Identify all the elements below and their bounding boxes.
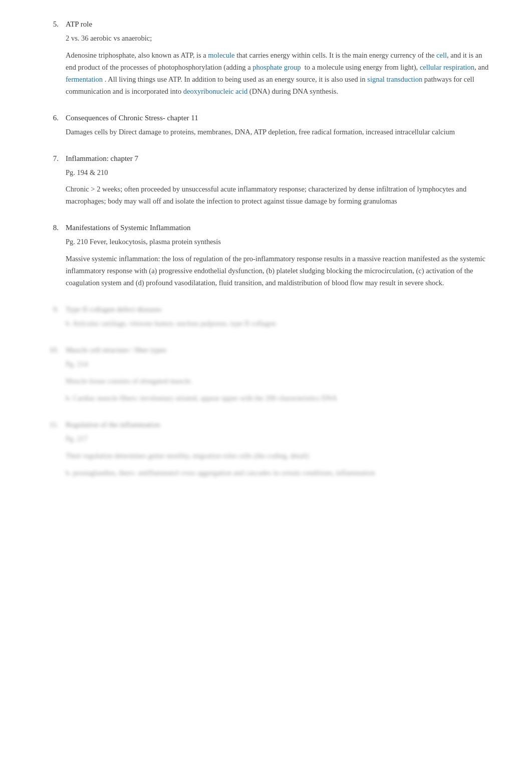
item-body-10: Muscle cell structure / fiber types Pg. …	[66, 346, 491, 410]
molecule-link[interactable]: molecule	[208, 51, 234, 60]
fermentation-link[interactable]: fermentation	[66, 75, 103, 84]
item-title-8: Manifestations of Systemic Inflammation	[66, 224, 491, 232]
atp-paragraph-1: 2 vs. 36 aerobic vs anaerobic;	[66, 33, 491, 45]
systemic-paragraph-1: Pg. 210 Fever, leukocytosis, plasma prot…	[66, 236, 491, 248]
item-number-6: 6.	[41, 114, 66, 143]
reg-paragraph-2: Their regulation determines getter motil…	[66, 450, 491, 462]
item-number-11: 11.	[41, 421, 66, 484]
item-number-9: 9.	[41, 305, 66, 335]
reg-paragraph-1: Pg. 217	[66, 433, 491, 445]
item-title-10: Muscle cell structure / fiber types	[66, 346, 491, 354]
item-number-8: 8.	[41, 224, 66, 294]
phosphate-group-link[interactable]: phosphate group	[252, 63, 301, 72]
deoxyribonucleic-acid-link[interactable]: deoxyribonucleic acid	[183, 87, 247, 96]
list-item-6: 6. Consequences of Chronic Stress- chapt…	[41, 114, 491, 143]
list-item-10: 10. Muscle cell structure / fiber types …	[41, 346, 491, 410]
stress-paragraph-1: Damages cells by Direct damage to protei…	[66, 126, 491, 138]
list-item-11: 11. Regulation of the inflammation Pg. 2…	[41, 421, 491, 484]
systemic-paragraph-2: Massive systemic inflammation: the loss …	[66, 253, 491, 289]
item-title-7: Inflammation: chapter 7	[66, 154, 491, 163]
item-body-6: Consequences of Chronic Stress- chapter …	[66, 114, 491, 143]
item-number-7: 7.	[41, 154, 66, 213]
list-item-8: 8. Manifestations of Systemic Inflammati…	[41, 224, 491, 294]
item-title-11: Regulation of the inflammation	[66, 421, 491, 429]
item-body-7: Inflammation: chapter 7 Pg. 194 & 210 Ch…	[66, 154, 491, 213]
item-title-9: Type II collagen defect diseases	[66, 305, 491, 314]
inflammation-paragraph-2: Chronic > 2 weeks; often proceeded by un…	[66, 183, 491, 208]
main-list: 5. ATP role 2 vs. 36 aerobic vs anaerobi…	[41, 20, 491, 484]
item-number-5: 5.	[41, 20, 66, 103]
cell-link[interactable]: cell	[436, 51, 447, 60]
item-body-11: Regulation of the inflammation Pg. 217 T…	[66, 421, 491, 484]
muscle-paragraph-1: Pg. 214	[66, 358, 491, 370]
item-title-5: ATP role	[66, 20, 491, 29]
document-content: 5. ATP role 2 vs. 36 aerobic vs anaerobi…	[41, 20, 491, 484]
item-body-5: ATP role 2 vs. 36 aerobic vs anaerobic; …	[66, 20, 491, 103]
item-body-8: Manifestations of Systemic Inflammation …	[66, 224, 491, 294]
item-title-6: Consequences of Chronic Stress- chapter …	[66, 114, 491, 122]
atp-paragraph-2: Adenosine triphosphate, also known as AT…	[66, 50, 491, 98]
cellular-respiration-link[interactable]: cellular respiration	[420, 63, 474, 72]
item-body-9: Type II collagen defect diseases b. Arti…	[66, 305, 491, 335]
col-paragraph-1: b. Articular cartilage, vitreous humor, …	[66, 318, 491, 330]
reg-paragraph-3: b. prostaglandins, thero- antiflammatol …	[66, 467, 491, 479]
signal-transduction-link[interactable]: signal transduction	[367, 75, 422, 84]
list-item-7: 7. Inflammation: chapter 7 Pg. 194 & 210…	[41, 154, 491, 213]
inflammation-paragraph-1: Pg. 194 & 210	[66, 167, 491, 179]
muscle-paragraph-2: Muscle tissue consists of elongated musc…	[66, 375, 491, 387]
item-number-10: 10.	[41, 346, 66, 410]
list-item-9: 9. Type II collagen defect diseases b. A…	[41, 305, 491, 335]
list-item-5: 5. ATP role 2 vs. 36 aerobic vs anaerobi…	[41, 20, 491, 103]
muscle-paragraph-3: b. Cardiac muscle fibers: involuntary st…	[66, 393, 491, 405]
